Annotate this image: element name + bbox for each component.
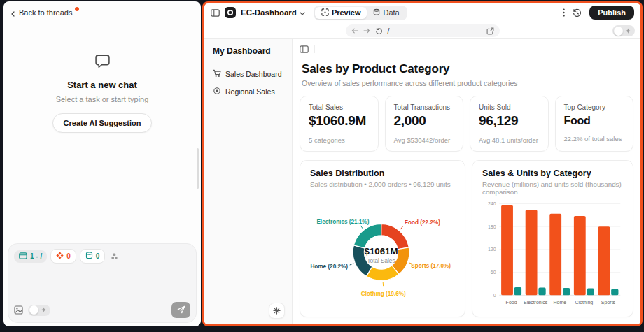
chat-composer[interactable]: 1 - / 0 0 bbox=[8, 243, 197, 323]
stat-label: Total Sales bbox=[309, 103, 370, 111]
page-count-label: 1 - / bbox=[30, 252, 42, 260]
ai-mode-toggle[interactable] bbox=[28, 305, 50, 316]
create-ai-suggestion-button[interactable]: Create AI Suggestion bbox=[52, 113, 153, 133]
composer-badges: 1 - / 0 0 bbox=[14, 249, 190, 264]
back-link-label: Back to threads bbox=[19, 8, 72, 17]
notification-dot bbox=[75, 7, 79, 11]
svg-text:Food (22.2%): Food (22.2%) bbox=[405, 219, 440, 226]
back-to-threads-link[interactable]: Back to threads bbox=[4, 1, 79, 18]
dashboard-sidebar: My Dashboard Sales Dashboard Regional Sa… bbox=[204, 39, 293, 324]
chart-subtitle: Sales distribution • 2,000 orders • 96,1… bbox=[310, 180, 455, 188]
tab-data[interactable]: Data bbox=[367, 7, 405, 19]
tab-preview-label: Preview bbox=[332, 8, 361, 17]
project-name-dropdown[interactable]: EC-Dashboard bbox=[241, 8, 305, 17]
svg-text:Sports: Sports bbox=[601, 300, 616, 305]
svg-text:Electronics (21.1%): Electronics (21.1%) bbox=[316, 219, 369, 225]
svg-text:240: 240 bbox=[488, 201, 496, 206]
back-arrow-icon[interactable] bbox=[351, 28, 358, 34]
tab-preview[interactable]: Preview bbox=[315, 7, 368, 19]
stat-label: Total Transactions bbox=[394, 103, 455, 111]
page-count-badge[interactable]: 1 - / bbox=[14, 250, 47, 263]
svg-text:$1061M: $1061M bbox=[364, 246, 398, 257]
divider bbox=[314, 45, 315, 53]
stat-value: 96,129 bbox=[479, 113, 540, 129]
scrollbar-thumb[interactable] bbox=[197, 148, 199, 189]
stat-value: Food bbox=[564, 115, 625, 127]
send-button[interactable] bbox=[172, 302, 190, 318]
data-sources-badge[interactable]: 0 bbox=[80, 249, 106, 264]
project-name-label: EC-Dashboard bbox=[241, 8, 297, 17]
sidebar-item-label: Sales Dashboard bbox=[225, 70, 282, 78]
svg-text:180: 180 bbox=[488, 224, 496, 229]
chart-title: Sales & Units by Category bbox=[482, 168, 623, 178]
stat-card-top-category: Top Category Food 22.2% of total sales bbox=[555, 96, 634, 152]
url-bar[interactable]: / bbox=[346, 24, 500, 37]
sidebar-title: My Dashboard bbox=[204, 46, 292, 56]
chart-subtitle: Revenue (millions) and units sold (thous… bbox=[482, 180, 623, 196]
panel-left-icon[interactable] bbox=[211, 9, 220, 17]
forward-arrow-icon[interactable] bbox=[363, 28, 370, 34]
svg-text:120: 120 bbox=[488, 247, 496, 252]
page-subtitle: Overview of sales performance across dif… bbox=[302, 79, 631, 87]
stat-note: Avg 48.1 units/order bbox=[479, 136, 540, 144]
asterisk-icon bbox=[273, 305, 281, 317]
editor-panel: EC-Dashboard Preview Data bbox=[202, 1, 643, 326]
svg-text:Home: Home bbox=[553, 300, 566, 305]
toggle-knob bbox=[614, 27, 623, 36]
composer-toolbar bbox=[14, 302, 190, 318]
external-link-icon[interactable] bbox=[486, 27, 494, 35]
empty-state-title: Start a new chat bbox=[4, 80, 201, 90]
svg-text:0: 0 bbox=[493, 293, 496, 298]
svg-text:Clothing: Clothing bbox=[575, 300, 594, 305]
svg-text:Sports (17.0%): Sports (17.0%) bbox=[411, 263, 451, 269]
preview-content: My Dashboard Sales Dashboard Regional Sa… bbox=[204, 39, 640, 324]
browser-window-icon bbox=[19, 252, 27, 261]
sparkle-icon bbox=[625, 28, 631, 34]
errors-count-label: 0 bbox=[66, 252, 71, 260]
database-icon bbox=[373, 8, 380, 17]
collapse-sidebar-icon[interactable] bbox=[300, 45, 309, 53]
chat-bubble-icon bbox=[94, 59, 111, 71]
history-icon[interactable] bbox=[573, 8, 582, 17]
blocks-icon[interactable] bbox=[111, 252, 118, 260]
stat-label: Units Sold bbox=[479, 103, 540, 111]
dashboard-main: Sales by Product Category Overview of sa… bbox=[293, 39, 640, 324]
sales-units-chart: 060120180240FoodElectronicsHomeClothingS… bbox=[482, 198, 623, 309]
refresh-icon[interactable] bbox=[375, 27, 383, 35]
stat-note: 22.2% of total sales bbox=[564, 135, 625, 143]
paper-plane-icon bbox=[177, 304, 186, 317]
preview-ai-toggle[interactable] bbox=[612, 25, 635, 36]
database-icon bbox=[85, 252, 93, 261]
stat-value: 2,000 bbox=[394, 113, 455, 129]
tab-data-label: Data bbox=[383, 8, 399, 17]
stat-card-total-transactions: Total Transactions 2,000 Avg $530442/ord… bbox=[385, 96, 464, 152]
stats-row: Total Sales $1060.9M 5 categories Total … bbox=[300, 96, 634, 152]
svg-text:Clothing (19.6%): Clothing (19.6%) bbox=[361, 291, 406, 297]
svg-text:Total Sales: Total Sales bbox=[368, 258, 396, 264]
sidebar-item-regional-sales[interactable]: Regional Sales bbox=[204, 84, 292, 99]
svg-text:Electronics: Electronics bbox=[524, 300, 548, 305]
shopping-cart-icon bbox=[213, 69, 221, 79]
svg-text:60: 60 bbox=[491, 270, 496, 275]
stat-note: 5 categories bbox=[309, 136, 370, 144]
svg-text:Home (20.2%): Home (20.2%) bbox=[310, 264, 348, 270]
chat-panel: Back to threads Start a new chat Select … bbox=[4, 1, 201, 326]
image-attach-icon[interactable] bbox=[14, 305, 23, 315]
publish-button[interactable]: Publish bbox=[589, 6, 634, 20]
svg-text:Food: Food bbox=[506, 300, 517, 305]
sidebar-action-button[interactable] bbox=[269, 303, 285, 319]
sales-units-card: Sales & Units by Category Revenue (milli… bbox=[472, 160, 634, 317]
location-target-icon bbox=[213, 87, 221, 96]
toggle-knob bbox=[29, 305, 38, 315]
preview-url-row: / bbox=[204, 22, 640, 39]
editor-toolbar: EC-Dashboard Preview Data bbox=[204, 3, 640, 22]
sales-distribution-chart: Food (22.2%)Sports (17.0%)Clothing (19.6… bbox=[310, 190, 455, 309]
url-path: / bbox=[388, 27, 390, 35]
stat-value: $1060.9M bbox=[309, 113, 370, 129]
kebab-menu-icon[interactable] bbox=[563, 8, 565, 17]
stat-card-units-sold: Units Sold 96,129 Avg 48.1 units/order bbox=[470, 96, 549, 152]
sidebar-item-label: Regional Sales bbox=[225, 87, 275, 96]
errors-badge[interactable]: 0 bbox=[50, 249, 76, 264]
sidebar-item-sales-dashboard[interactable]: Sales Dashboard bbox=[204, 66, 292, 82]
sales-distribution-card: Sales Distribution Sales distribution • … bbox=[300, 160, 465, 317]
